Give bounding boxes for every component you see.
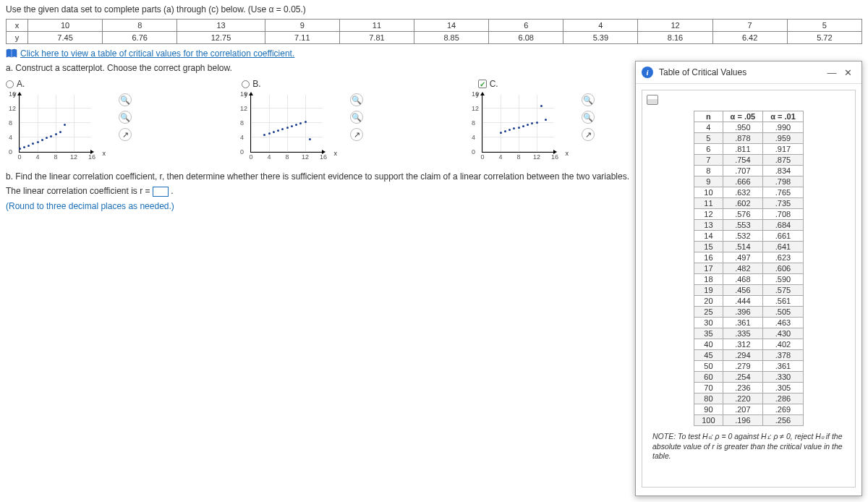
- zoom-out-icon[interactable]: 🔍: [350, 111, 363, 124]
- data-point: [41, 139, 43, 141]
- cell: 7: [712, 20, 787, 32]
- open-icon[interactable]: ↗: [119, 128, 132, 141]
- data-point: [268, 132, 271, 135]
- data-point: [309, 138, 311, 140]
- cell: .834: [763, 166, 804, 176]
- cell: 9: [694, 176, 723, 187]
- critical-values-table: n α = .05 α = .01 4.950.9905.878.9596.81…: [694, 111, 804, 426]
- zoom-in-icon[interactable]: 🔍: [350, 93, 363, 106]
- data-point: [545, 119, 547, 121]
- open-icon[interactable]: ↗: [350, 128, 363, 141]
- cell: .514: [723, 242, 763, 252]
- cell: 19: [694, 285, 723, 296]
- cell: .236: [723, 383, 763, 393]
- option-c-label: C.: [490, 79, 498, 89]
- radio-option-c-correct[interactable]: ✓: [478, 80, 487, 88]
- cell: 15: [694, 242, 723, 252]
- scatterplot-a: y 16128400481216 x 🔍 🔍 ↗: [6, 92, 100, 164]
- critical-values-link[interactable]: Click here to view a table of critical v…: [20, 48, 294, 59]
- cell: 17: [694, 263, 723, 274]
- cell: 20: [694, 296, 723, 307]
- cell: .294: [723, 350, 763, 361]
- cell: .463: [763, 318, 804, 328]
- cell: .641: [763, 242, 804, 252]
- cell: .254: [723, 372, 763, 383]
- zoom-out-icon[interactable]: 🔍: [582, 111, 595, 124]
- data-point: [299, 122, 302, 124]
- info-icon: i: [642, 67, 653, 78]
- zoom-out-icon[interactable]: 🔍: [119, 111, 132, 124]
- col-a01: α = .01: [763, 111, 804, 122]
- cell: .505: [763, 307, 804, 318]
- cell: 11: [694, 198, 723, 209]
- cell: .684: [763, 220, 804, 231]
- cell: .661: [763, 231, 804, 242]
- cell: .256: [763, 415, 804, 426]
- cell: .606: [763, 263, 804, 274]
- table-row: 18.468.590: [694, 274, 804, 285]
- table-row: 16.497.623: [694, 252, 804, 263]
- cell: 5: [694, 133, 723, 144]
- cell: 12.75: [177, 32, 265, 44]
- table-row: 50.279.361: [694, 361, 804, 372]
- col-a05: α = .05: [723, 111, 763, 122]
- cell: .378: [763, 350, 804, 361]
- cell: .553: [723, 220, 763, 231]
- cell: .990: [763, 122, 804, 133]
- table-row: 70.236.305: [694, 383, 804, 393]
- cell: 9: [265, 20, 339, 32]
- data-table: x 10 8 13 9 11 14 6 4 12 7 5 y 7.45 6.76…: [6, 19, 862, 44]
- cell: 7.45: [28, 32, 103, 44]
- cell: 13: [177, 20, 265, 32]
- cell: .666: [723, 176, 763, 187]
- cell: .361: [763, 361, 804, 372]
- data-point: [518, 127, 520, 129]
- zoom-in-icon[interactable]: 🔍: [582, 93, 595, 106]
- data-point: [540, 105, 542, 107]
- table-row: 60.254.330: [694, 372, 804, 383]
- data-point: [277, 129, 279, 132]
- table-row: 4.950.990: [694, 122, 804, 133]
- cell: 6.42: [712, 32, 787, 44]
- print-icon[interactable]: [647, 95, 658, 105]
- cell: .430: [763, 328, 804, 339]
- cell: .396: [723, 307, 763, 318]
- data-point: [50, 135, 52, 137]
- zoom-in-icon[interactable]: 🔍: [119, 93, 132, 106]
- cell: .220: [723, 393, 763, 404]
- data-point: [513, 127, 515, 129]
- cell: .735: [763, 198, 804, 209]
- cell: .632: [723, 187, 763, 198]
- cell: .590: [763, 274, 804, 285]
- cell: 5: [787, 20, 861, 32]
- cell: .456: [723, 285, 763, 296]
- cell: 35: [694, 328, 723, 339]
- cell: .765: [763, 187, 804, 198]
- cell: 25: [694, 307, 723, 318]
- data-point: [291, 125, 293, 127]
- cell: 100: [694, 415, 723, 426]
- cell: 8.16: [638, 32, 712, 44]
- r-input[interactable]: [153, 187, 169, 197]
- minimize-button[interactable]: —: [824, 66, 840, 79]
- coef-label: The linear correlation coefficient is r …: [6, 186, 150, 196]
- cell: 70: [694, 383, 723, 393]
- cell: 12: [694, 209, 723, 220]
- table-row: 20.444.561: [694, 296, 804, 307]
- cell: 5.39: [563, 32, 638, 44]
- radio-option-a[interactable]: [6, 80, 14, 88]
- cell: .361: [723, 318, 763, 328]
- data-point: [273, 131, 275, 133]
- cell: .798: [763, 176, 804, 187]
- radio-option-b[interactable]: [242, 80, 250, 88]
- data-point: [55, 133, 57, 135]
- data-point: [536, 122, 538, 124]
- open-icon[interactable]: ↗: [582, 128, 595, 141]
- cell: 4: [694, 122, 723, 133]
- close-button[interactable]: ✕: [840, 66, 856, 79]
- col-n: n: [694, 111, 723, 122]
- cell: 8: [694, 166, 723, 176]
- cell: .207: [723, 404, 763, 415]
- data-point: [504, 130, 506, 132]
- table-row: 25.396.505: [694, 307, 804, 318]
